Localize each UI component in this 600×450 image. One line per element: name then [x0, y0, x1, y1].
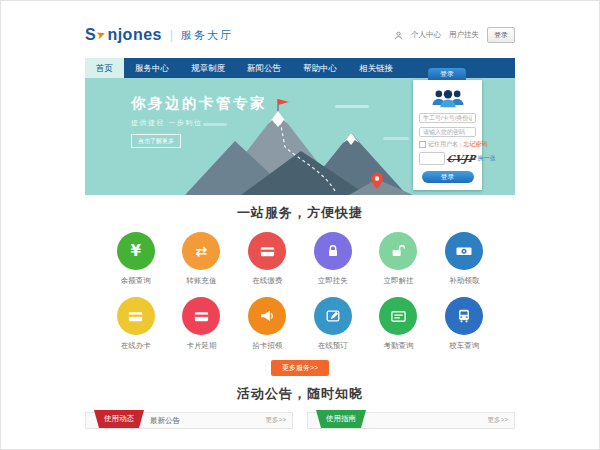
captcha-image[interactable]: CVJP: [446, 153, 476, 164]
service-hall-page: { "colors":{ "brand_blue":"#1a55a0","nav…: [0, 0, 600, 450]
service-circle-online-card-apply[interactable]: [117, 297, 155, 335]
nav-item-service-center[interactable]: 服务中心: [124, 58, 180, 78]
service-balance-inquiry[interactable]: ¥余额查询: [103, 232, 169, 286]
header-login-button[interactable]: 登录: [487, 27, 515, 43]
service-label: 立即挂失: [300, 276, 366, 286]
card-icon: [193, 308, 210, 325]
nav-item-rules[interactable]: 规章制度: [180, 58, 236, 78]
login-panel: 登录 记住用户名 | 忘记密码 CVJP 换一张 登录: [413, 80, 482, 190]
login-tab[interactable]: 登录: [428, 68, 466, 80]
service-circle-card-extension[interactable]: [182, 297, 220, 335]
service-label: 立即解挂: [366, 276, 432, 286]
service-online-card-apply[interactable]: 在线办卡: [103, 297, 169, 351]
remember-divider: |: [460, 142, 462, 148]
site-name: 服务大厅: [181, 28, 233, 43]
service-circle-card-claim[interactable]: [248, 297, 286, 335]
service-online-booking[interactable]: 在线预订: [300, 297, 366, 351]
news-more-link[interactable]: 更多>>: [265, 416, 286, 425]
service-label: 在线办卡: [103, 341, 169, 351]
service-transfer-recharge[interactable]: ⇄转账充值: [169, 232, 235, 286]
user-loss-report-link[interactable]: 用户挂失: [449, 30, 479, 40]
hero-copy: 你身边的卡管专家 提供捷径 一步到位 点击了解更多: [131, 94, 267, 148]
tab-latest-announcements[interactable]: 最新公告: [150, 416, 180, 426]
megaphone-icon: [259, 308, 275, 324]
top-bar: S ➤ njones | 服务大厅 个人中心 用户挂失 登录: [85, 0, 515, 58]
announcements-title: 活动公告，随时知晓: [85, 385, 515, 403]
announcements-section: 活动公告，随时知晓 使用动态 最新公告 更多>> 使用指南 更多>>: [85, 385, 515, 429]
captcha-input[interactable]: [419, 152, 445, 165]
service-card-claim[interactable]: 拾卡招领: [234, 297, 300, 351]
logo-divider: |: [170, 28, 173, 42]
nav-item-help-center[interactable]: 帮助中心: [292, 58, 348, 78]
tab-usage-news[interactable]: 使用动态: [94, 410, 144, 428]
hero-cta-button[interactable]: 点击了解更多: [131, 134, 181, 148]
login-submit-button[interactable]: 登录: [422, 171, 474, 183]
personal-center-link[interactable]: 个人中心: [411, 30, 441, 40]
service-label: 校车查询: [431, 341, 497, 351]
services-section: 一站服务，方便快捷 ¥余额查询⇄转账充值在线缴费立即挂失立即解挂补助领取在线办卡…: [85, 195, 515, 376]
banknote-icon: [455, 242, 473, 260]
unlock-icon: [390, 243, 406, 259]
remember-row: 记住用户名 | 忘记密码: [419, 140, 476, 149]
announcement-panels: 使用动态 最新公告 更多>> 使用指南 更多>>: [85, 412, 515, 429]
service-cancel-loss[interactable]: 立即解挂: [366, 232, 432, 286]
service-label: 在线预订: [300, 341, 366, 351]
guide-panel-bar: 使用指南 更多>>: [307, 412, 515, 429]
guide-more-link[interactable]: 更多>>: [487, 416, 508, 425]
hero-banner: 你身边的卡管专家 提供捷径 一步到位 点击了解更多 登录: [85, 78, 515, 195]
service-subsidy-collect[interactable]: 补助领取: [431, 232, 497, 286]
service-circle-attendance-inquiry[interactable]: [379, 297, 417, 335]
bus-icon: [456, 308, 472, 324]
hero-title: 你身边的卡管专家: [131, 94, 267, 113]
captcha-refresh-link[interactable]: 换一张: [478, 154, 496, 163]
guide-panel: 使用指南 更多>>: [307, 412, 515, 429]
edit-icon: [325, 308, 341, 324]
remember-label: 记住用户名: [428, 140, 458, 149]
synjones-logo[interactable]: S ➤ njones: [85, 26, 162, 44]
service-attendance-inquiry[interactable]: 考勤查询: [366, 297, 432, 351]
service-circle-online-payment[interactable]: [248, 232, 286, 270]
service-label: 拾卡招领: [234, 341, 300, 351]
user-icon: [394, 31, 403, 40]
tab-usage-guide[interactable]: 使用指南: [316, 410, 366, 428]
services-grid: ¥余额查询⇄转账充值在线缴费立即挂失立即解挂补助领取在线办卡卡片延期拾卡招领在线…: [85, 232, 515, 351]
service-school-bus-inquiry[interactable]: 校车查询: [431, 297, 497, 351]
lock-icon: [325, 243, 341, 259]
service-label: 补助领取: [431, 276, 497, 286]
forgot-password-link[interactable]: 忘记密码: [464, 140, 488, 149]
hero-subtitle: 提供捷径 一步到位: [131, 118, 267, 128]
top-right-links: 个人中心 用户挂失 登录: [394, 27, 515, 43]
username-input[interactable]: [419, 113, 476, 123]
nav-item-links[interactable]: 相关链接: [348, 58, 404, 78]
list-icon: [390, 308, 407, 325]
service-circle-transfer-recharge[interactable]: ⇄: [182, 232, 220, 270]
services-title: 一站服务，方便快捷: [85, 204, 515, 222]
service-report-loss[interactable]: 立即挂失: [300, 232, 366, 286]
service-label: 转账充值: [169, 276, 235, 286]
service-circle-online-booking[interactable]: [314, 297, 352, 335]
users-group-icon: [419, 87, 476, 109]
service-online-payment[interactable]: 在线缴费: [234, 232, 300, 286]
page-container: S ➤ njones | 服务大厅 个人中心 用户挂失 登录 首页服务中心规章制…: [85, 0, 515, 429]
service-circle-cancel-loss[interactable]: [379, 232, 417, 270]
news-panel: 使用动态 最新公告 更多>>: [85, 412, 293, 429]
more-services-button[interactable]: 更多服务>>: [271, 360, 329, 376]
service-card-extension[interactable]: 卡片延期: [169, 297, 235, 351]
service-label: 余额查询: [103, 276, 169, 286]
service-circle-balance-inquiry[interactable]: ¥: [117, 232, 155, 270]
service-circle-school-bus-inquiry[interactable]: [445, 297, 483, 335]
yen-icon: ¥: [131, 244, 141, 259]
password-input[interactable]: [419, 127, 476, 137]
remember-checkbox[interactable]: [419, 141, 426, 148]
logo-arrow-icon: ➤: [95, 27, 108, 42]
service-circle-subsidy-collect[interactable]: [445, 232, 483, 270]
captcha-row: CVJP 换一张: [419, 152, 476, 165]
news-panel-bar: 使用动态 最新公告 更多>>: [85, 412, 293, 429]
service-label: 卡片延期: [169, 341, 235, 351]
nav-item-home[interactable]: 首页: [85, 58, 124, 78]
service-label: 考勤查询: [366, 341, 432, 351]
service-circle-report-loss[interactable]: [314, 232, 352, 270]
transfer-arrows-icon: ⇄: [196, 244, 208, 258]
nav-item-news[interactable]: 新闻公告: [236, 58, 292, 78]
card-icon: [127, 308, 144, 325]
